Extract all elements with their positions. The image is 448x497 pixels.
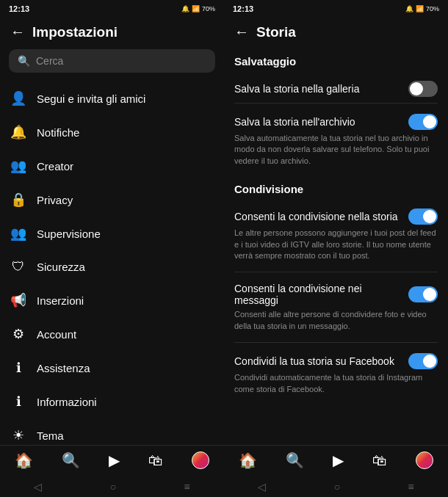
notifiche-label: Notifiche (37, 126, 79, 139)
supervisione-icon: 👥 (10, 225, 26, 242)
recents-btn[interactable]: ≡ (184, 481, 190, 493)
save-archive-row: Salva la storia nell'archivio (234, 106, 438, 133)
right-search-nav-icon[interactable]: 🔍 (286, 451, 304, 469)
save-gallery-toggle[interactable] (408, 81, 438, 97)
condivisione-section-title: Condivisione (234, 174, 438, 201)
right-signal-icon: 🔔 (405, 5, 413, 12)
search-placeholder: Cerca (36, 55, 63, 67)
salvataggio-section-title: Salvataggio (234, 46, 438, 73)
left-back-button[interactable]: ← (10, 23, 25, 40)
left-status-bar: 12:13 🔔 📶 70% (0, 0, 224, 18)
save-archive-label: Salva la storia nell'archivio (234, 116, 408, 128)
sidebar-item-notifiche[interactable]: 🔔 Notifiche (0, 115, 224, 149)
right-status-bar: 12:13 🔔 📶 70% (224, 0, 448, 18)
share-messages-row: Consenti la condivisione nei messaggi (234, 275, 438, 309)
right-status-icons: 🔔 📶 70% (405, 5, 439, 12)
save-archive-desc: Salva automaticamente la tua storia nel … (234, 133, 438, 174)
left-bottom-nav: 🏠 🔍 ▶ 🛍 (0, 445, 224, 476)
sidebar-item-informazioni[interactable]: ℹ Informazioni (0, 385, 224, 418)
left-header: ← Impostazioni (0, 18, 224, 46)
save-archive-knob (423, 115, 436, 128)
search-icon: 🔍 (18, 55, 30, 67)
home-btn[interactable]: ○ (110, 481, 116, 493)
left-status-icons: 🔔 📶 70% (181, 5, 215, 12)
share-story-label: Consenti la condivisione nella storia (234, 211, 408, 222)
sidebar-item-segui[interactable]: 👤 Segui e invita gli amici (0, 81, 224, 115)
right-profile-avatar[interactable] (416, 451, 433, 469)
share-facebook-toggle[interactable] (408, 353, 438, 369)
share-messages-toggle[interactable] (408, 286, 438, 302)
save-gallery-knob (410, 82, 423, 95)
profile-avatar[interactable] (192, 451, 209, 469)
inserzioni-icon: 📢 (10, 292, 26, 308)
menu-list: 👤 Segui e invita gli amici 🔔 Notifiche 👥… (0, 79, 224, 445)
informazioni-icon: ℹ (10, 393, 26, 410)
left-battery-icon: 70% (202, 5, 215, 12)
shop-nav-icon[interactable]: 🛍 (148, 452, 163, 469)
left-signal-icon: 🔔 (181, 5, 189, 12)
right-header: ← Storia (224, 18, 448, 46)
search-nav-icon[interactable]: 🔍 (62, 451, 80, 469)
left-page-title: Impostazioni (32, 24, 118, 40)
supervisione-label: Supervisione (37, 228, 101, 240)
share-messages-knob (423, 288, 436, 301)
sidebar-item-account[interactable]: ⚙ Account (0, 317, 224, 351)
home-nav-icon[interactable]: 🏠 (15, 451, 33, 469)
sidebar-item-tema[interactable]: ☀ Tema (0, 418, 224, 445)
right-back-button[interactable]: ← (234, 23, 249, 40)
right-home-btn[interactable]: ○ (334, 481, 340, 493)
sidebar-item-creator[interactable]: 👥 Creator (0, 149, 224, 183)
share-facebook-row: Condividi la tua storia su Facebook (234, 346, 438, 372)
right-recents-btn[interactable]: ≡ (408, 481, 414, 493)
privacy-label: Privacy (37, 194, 73, 206)
divider-3 (234, 342, 438, 343)
right-screen: 12:13 🔔 📶 70% ← Storia Salvataggio Salva… (224, 0, 448, 497)
segui-icon: 👤 (10, 90, 26, 106)
share-story-desc: Le altre persone possono aggiungere i tu… (234, 228, 438, 269)
sicurezza-label: Sicurezza (37, 261, 85, 273)
account-icon: ⚙ (10, 326, 26, 342)
sidebar-item-privacy[interactable]: 🔒 Privacy (0, 183, 224, 217)
right-page-title: Storia (256, 24, 296, 40)
left-wifi-icon: 📶 (192, 5, 200, 12)
right-wifi-icon: 📶 (416, 5, 424, 12)
inserzioni-label: Inserzioni (37, 294, 84, 307)
right-bottom-nav: 🏠 🔍 ▶ 🛍 (224, 445, 448, 476)
notifiche-icon: 🔔 (10, 124, 26, 140)
assistenza-icon: ℹ (10, 360, 26, 376)
right-shop-nav-icon[interactable]: 🛍 (372, 452, 387, 469)
account-label: Account (37, 328, 76, 341)
left-android-nav: ◁ ○ ≡ (0, 476, 224, 497)
share-facebook-knob (423, 355, 436, 368)
right-time: 12:13 (233, 4, 253, 13)
sidebar-item-supervisione[interactable]: 👥 Supervisione (0, 217, 224, 250)
content-scroll: Salvataggio Salva la storia nella galler… (224, 46, 448, 445)
sidebar-item-sicurezza[interactable]: 🛡 Sicurezza (0, 250, 224, 283)
right-back-btn[interactable]: ◁ (258, 481, 266, 493)
privacy-icon: 🔒 (10, 192, 26, 208)
save-gallery-row: Salva la storia nella galleria (234, 73, 438, 100)
right-reels-nav-icon[interactable]: ▶ (333, 451, 344, 469)
segui-label: Segui e invita gli amici (37, 92, 145, 105)
informazioni-label: Informazioni (37, 396, 97, 408)
tema-icon: ☀ (10, 427, 26, 443)
divider-1 (234, 103, 438, 104)
tema-label: Tema (37, 429, 64, 442)
right-android-nav: ◁ ○ ≡ (224, 476, 448, 497)
left-screen: 12:13 🔔 📶 70% ← Impostazioni 🔍 Cerca 👤 S… (0, 0, 224, 497)
back-btn[interactable]: ◁ (34, 481, 42, 493)
creator-label: Creator (37, 160, 73, 173)
divider-2 (234, 272, 438, 272)
left-time: 12:13 (9, 4, 29, 13)
creator-icon: 👥 (10, 158, 26, 174)
share-story-row: Consenti la condivisione nella storia (234, 201, 438, 228)
right-home-nav-icon[interactable]: 🏠 (239, 451, 257, 469)
search-bar[interactable]: 🔍 Cerca (9, 49, 215, 73)
share-messages-label: Consenti la condivisione nei messaggi (234, 283, 408, 306)
reels-nav-icon[interactable]: ▶ (109, 451, 120, 469)
save-archive-toggle[interactable] (408, 114, 438, 130)
share-facebook-desc: Condividi automaticamente la tua storia … (234, 372, 438, 402)
share-story-toggle[interactable] (408, 208, 438, 225)
sidebar-item-inserzioni[interactable]: 📢 Inserzioni (0, 283, 224, 317)
sidebar-item-assistenza[interactable]: ℹ Assistenza (0, 351, 224, 385)
